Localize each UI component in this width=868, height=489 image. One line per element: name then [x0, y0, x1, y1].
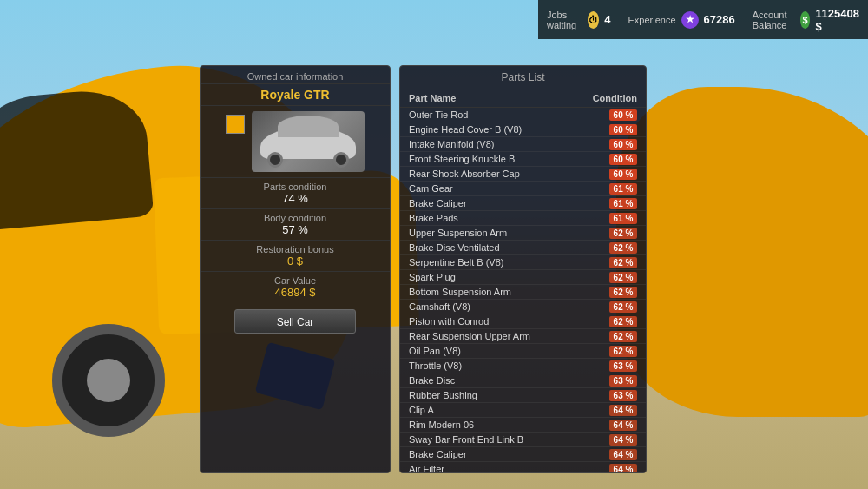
part-name: Rim Modern 06	[409, 420, 474, 430]
sell-car-button[interactable]: Sell Car	[234, 309, 356, 334]
jobs-section: Jobs waiting ⏱ 4	[547, 10, 610, 30]
table-row[interactable]: Brake Disc63 %	[400, 373, 646, 388]
part-condition-badge: 62 %	[609, 287, 637, 298]
parts-panel-title: Parts List	[400, 66, 646, 89]
part-condition-badge: 64 %	[609, 464, 637, 473]
table-row[interactable]: Rim Modern 0664 %	[400, 418, 646, 433]
table-row[interactable]: Brake Pads61 %	[400, 211, 646, 226]
jobs-value: 4	[604, 13, 610, 26]
part-condition-badge: 61 %	[609, 213, 637, 224]
parts-condition-value: 74 %	[207, 192, 383, 205]
part-condition-badge: 62 %	[609, 331, 637, 342]
table-row[interactable]: Spark Plug62 %	[400, 270, 646, 285]
table-row[interactable]: Throttle (V8)63 %	[400, 359, 646, 373]
part-name: Front Steering Knuckle B	[409, 154, 515, 164]
balance-value: 1125408 $	[815, 7, 859, 33]
part-condition-badge: 60 %	[609, 109, 637, 121]
part-name: Clip A	[409, 405, 434, 415]
part-condition-badge: 64 %	[609, 405, 637, 416]
part-name: Brake Pads	[409, 213, 458, 223]
part-condition-badge: 64 %	[609, 420, 637, 431]
col-part-name: Part Name	[409, 93, 456, 103]
body-condition-block: Body condition 57 %	[201, 208, 390, 240]
table-row[interactable]: Serpentine Belt B (V8)62 %	[400, 255, 646, 270]
part-name: Rear Shock Absorber Cap	[409, 169, 520, 179]
part-name: Engine Head Cover B (V8)	[409, 124, 522, 135]
part-name: Sway Bar Front End Link B	[409, 434, 523, 445]
table-row[interactable]: Oil Pan (V8)62 %	[400, 344, 646, 359]
part-condition-badge: 60 %	[609, 169, 637, 180]
table-row[interactable]: Cam Gear61 %	[400, 182, 646, 196]
part-condition-badge: 64 %	[609, 449, 637, 460]
parts-header: Part Name Condition	[400, 89, 646, 108]
panels-container: Owned car information Royale GTR Parts c…	[200, 65, 647, 473]
part-name: Cam Gear	[409, 183, 453, 194]
part-name: Serpentine Belt B (V8)	[409, 257, 503, 268]
table-row[interactable]: Brake Disc Ventilated62 %	[400, 241, 646, 255]
part-name: Bottom Suspension Arm	[409, 287, 511, 297]
xp-icon: ★	[681, 11, 699, 29]
car-value-label: Car Value	[207, 275, 383, 286]
body-condition-value: 57 %	[207, 223, 383, 236]
restoration-bonus-block: Restoration bonus 0 $	[201, 240, 390, 271]
table-row[interactable]: Brake Caliper61 %	[400, 196, 646, 211]
restoration-bonus-value: 0 $	[207, 254, 383, 268]
table-row[interactable]: Engine Head Cover B (V8)60 %	[400, 122, 646, 137]
part-name: Brake Disc Ventilated	[409, 242, 500, 253]
xp-section: Experience ★ 67286	[628, 11, 734, 29]
parts-list: Outer Tie Rod60 %Engine Head Cover B (V8…	[400, 108, 646, 472]
part-name: Camshaft (V8)	[409, 301, 470, 312]
part-condition-badge: 62 %	[609, 242, 637, 254]
table-row[interactable]: Piston with Conrod62 %	[400, 314, 646, 329]
table-row[interactable]: Rear Shock Absorber Cap60 %	[400, 167, 646, 182]
part-condition-badge: 60 %	[609, 154, 637, 165]
part-condition-badge: 60 %	[609, 139, 637, 150]
table-row[interactable]: Rear Suspension Upper Arm62 %	[400, 329, 646, 344]
part-condition-badge: 62 %	[609, 228, 637, 239]
part-name: Rubber Bushing	[409, 390, 477, 400]
part-name: Brake Caliper	[409, 449, 467, 459]
balance-label: Account Balance	[753, 10, 795, 30]
jobs-label: Jobs waiting	[547, 10, 582, 30]
table-row[interactable]: Rubber Bushing63 %	[400, 388, 646, 403]
table-row[interactable]: Air Filter64 %	[400, 462, 646, 472]
col-condition: Condition	[593, 93, 637, 103]
part-condition-badge: 62 %	[609, 272, 637, 283]
table-row[interactable]: Upper Suspension Arm62 %	[400, 226, 646, 241]
table-row[interactable]: Clip A64 %	[400, 403, 646, 418]
table-row[interactable]: Brake Caliper64 %	[400, 447, 646, 462]
parts-condition-block: Parts condition 74 %	[201, 177, 390, 208]
car-name: Royale GTR	[201, 84, 390, 106]
car-value-block: Car Value 46894 $	[201, 271, 390, 302]
part-condition-badge: 63 %	[609, 375, 637, 387]
part-name: Intake Manifold (V8)	[409, 139, 494, 149]
parts-list-panel: Parts List Part Name Condition Outer Tie…	[399, 65, 647, 473]
table-row[interactable]: Front Steering Knuckle B60 %	[400, 152, 646, 167]
clock-icon: ⏱	[588, 11, 599, 29]
xp-value: 67286	[704, 13, 735, 26]
restoration-bonus-label: Restoration bonus	[207, 244, 383, 254]
part-name: Outer Tie Rod	[409, 109, 468, 120]
table-row[interactable]: Bottom Suspension Arm62 %	[400, 285, 646, 300]
part-condition-badge: 62 %	[609, 301, 637, 313]
part-name: Throttle (V8)	[409, 360, 462, 371]
car-info-panel: Owned car information Royale GTR Parts c…	[200, 65, 391, 473]
part-name: Oil Pan (V8)	[409, 346, 461, 356]
part-condition-badge: 63 %	[609, 390, 637, 401]
table-row[interactable]: Outer Tie Rod60 %	[400, 108, 646, 122]
part-name: Brake Disc	[409, 375, 455, 386]
part-condition-badge: 61 %	[609, 183, 637, 195]
part-name: Air Filter	[409, 464, 444, 472]
car-thumb-wheel-front	[267, 152, 283, 168]
table-row[interactable]: Camshaft (V8)62 %	[400, 300, 646, 314]
part-condition-badge: 62 %	[609, 316, 637, 327]
car-body-right	[616, 87, 868, 417]
money-icon: $	[800, 11, 811, 29]
table-row[interactable]: Sway Bar Front End Link B64 %	[400, 433, 646, 447]
part-condition-badge: 62 %	[609, 346, 637, 357]
part-condition-badge: 64 %	[609, 434, 637, 446]
car-value-value: 46894 $	[207, 286, 383, 299]
part-name: Rear Suspension Upper Arm	[409, 331, 530, 341]
part-condition-badge: 60 %	[609, 124, 637, 135]
table-row[interactable]: Intake Manifold (V8)60 %	[400, 137, 646, 152]
